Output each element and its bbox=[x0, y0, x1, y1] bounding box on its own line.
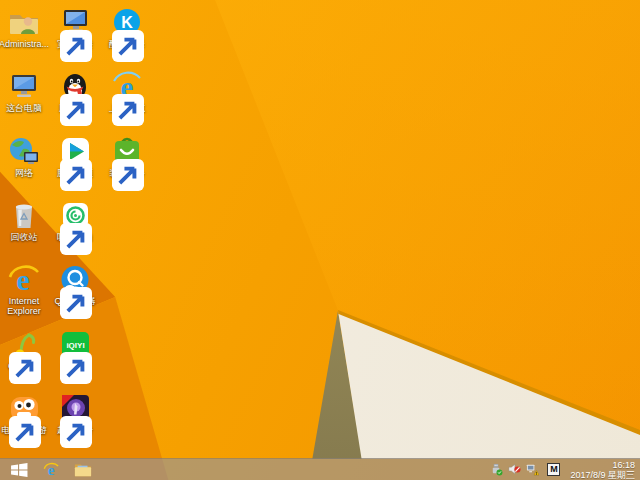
play-icon bbox=[58, 136, 92, 168]
tray-icons: M bbox=[489, 463, 560, 477]
globe-computer-icon bbox=[7, 136, 41, 168]
desktop-icon-essential-software[interactable]: 装机必备 bbox=[102, 136, 152, 178]
monitor-icon bbox=[58, 7, 92, 39]
desktop-icon-web-navigation[interactable]: e 上网导航 bbox=[102, 71, 152, 113]
shortcut-arrow-icon bbox=[111, 159, 120, 168]
desktop-icon-legend-game[interactable]: 超变传奇 bbox=[50, 393, 100, 435]
desktop-icon-internet-explorer[interactable]: e Internet Explorer bbox=[0, 264, 49, 316]
desktop-icon-network[interactable]: 网络 bbox=[0, 136, 49, 178]
kugou-icon: K bbox=[110, 7, 144, 39]
taskbar-file-explorer[interactable] bbox=[69, 459, 97, 480]
shortcut-arrow-icon bbox=[59, 223, 68, 232]
computer-icon bbox=[7, 71, 41, 103]
desktop-icon-pc-play-mobile-games[interactable]: 电脑玩手游 bbox=[0, 393, 49, 435]
qbrowser-icon bbox=[58, 264, 92, 296]
orange-face-icon bbox=[7, 393, 41, 425]
start-button[interactable] bbox=[5, 459, 33, 480]
taskbar: e M 16:18 2017/8/9 星期三 bbox=[0, 458, 640, 480]
bag-icon bbox=[110, 136, 144, 168]
desktop-icon-song-recognition[interactable]: 听歌识曲 bbox=[50, 200, 100, 242]
desktop-icon-tencent-video[interactable]: 腾讯视频 bbox=[50, 136, 100, 178]
desktop-icon-recycle-bin[interactable]: 回收站 bbox=[0, 200, 49, 242]
ime-indicator[interactable]: M bbox=[547, 463, 560, 476]
clock-date: 2017/8/9 星期三 bbox=[570, 470, 635, 480]
shortcut-arrow-icon bbox=[111, 30, 120, 39]
icon-label: 回收站 bbox=[0, 232, 49, 242]
penguin-icon bbox=[58, 71, 92, 103]
desktop-icon-broadband-connection[interactable]: 宽带连接 bbox=[50, 7, 100, 49]
taskbar-clock[interactable]: 16:18 2017/8/9 星期三 bbox=[570, 460, 635, 480]
svg-text:K: K bbox=[121, 14, 133, 31]
usb-safely-remove-icon[interactable] bbox=[489, 463, 503, 477]
ring-icon bbox=[58, 200, 92, 232]
network-warning-icon[interactable] bbox=[525, 463, 539, 477]
clock-time: 16:18 bbox=[570, 460, 635, 470]
svg-text:iQIYI: iQIYI bbox=[66, 341, 84, 350]
taskbar-buttons: e bbox=[0, 459, 97, 480]
taskbar-internet-explorer[interactable]: e bbox=[37, 459, 65, 480]
shortcut-arrow-icon bbox=[111, 94, 120, 103]
windows-desktop: Administra... 宽带连接 K 酷狗音乐 这台电脑 腾讯QQe 上网导… bbox=[0, 0, 640, 480]
trash-icon bbox=[7, 200, 41, 232]
desktop-icon-qq-browser[interactable]: QQ浏览器 bbox=[50, 264, 100, 306]
shortcut-arrow-icon bbox=[8, 416, 17, 425]
icon-label: Administra... bbox=[0, 39, 49, 49]
user-folder-icon bbox=[7, 7, 41, 39]
desktop-icon-iqiyi[interactable]: iQIYI 爱奇艺 bbox=[50, 329, 100, 371]
shortcut-arrow-icon bbox=[59, 159, 68, 168]
iqiyi-icon: iQIYI bbox=[58, 329, 92, 361]
shortcut-arrow-icon bbox=[59, 352, 68, 361]
desktop-icon-administrator-folder[interactable]: Administra... bbox=[0, 7, 49, 49]
blue-e-icon: e bbox=[110, 71, 144, 103]
icon-label: Internet Explorer bbox=[0, 296, 49, 316]
icon-label: 网络 bbox=[0, 168, 49, 178]
shortcut-arrow-icon bbox=[59, 30, 68, 39]
desktop-icon-this-pc[interactable]: 这台电脑 bbox=[0, 71, 49, 113]
desktop-icon-qq-music[interactable]: QQ音乐 bbox=[0, 329, 49, 371]
icon-label: 这台电脑 bbox=[0, 103, 49, 113]
note-icon bbox=[7, 329, 41, 361]
shortcut-arrow-icon bbox=[59, 94, 68, 103]
shortcut-arrow-icon bbox=[8, 352, 17, 361]
shortcut-arrow-icon bbox=[59, 287, 68, 296]
legend-icon bbox=[58, 393, 92, 425]
desktop-icon-kugou-music[interactable]: K 酷狗音乐 bbox=[102, 7, 152, 49]
volume-muted-icon[interactable] bbox=[507, 463, 521, 477]
ie-icon: e bbox=[7, 264, 41, 296]
desktop-icon-tencent-qq[interactable]: 腾讯QQ bbox=[50, 71, 100, 113]
shortcut-arrow-icon bbox=[59, 416, 68, 425]
taskbar-tray: M 16:18 2017/8/9 星期三 bbox=[489, 460, 640, 480]
